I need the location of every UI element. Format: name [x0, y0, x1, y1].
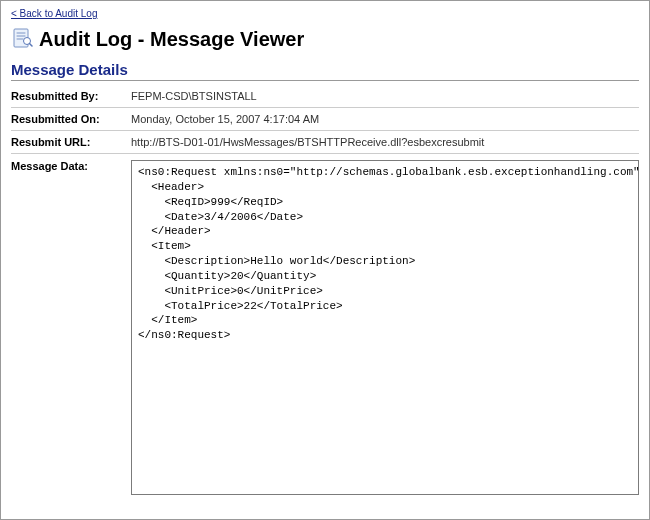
message-data-textarea[interactable]: [131, 160, 639, 495]
resubmitted-by-value: FEPM-CSD\BTSINSTALL: [131, 90, 639, 102]
resubmit-url-label: Resubmit URL:: [11, 136, 131, 148]
resubmit-url-row: Resubmit URL: http://BTS-D01-01/HwsMessa…: [11, 131, 639, 154]
resubmitted-on-value: Monday, October 15, 2007 4:17:04 AM: [131, 113, 639, 125]
resubmit-url-value: http://BTS-D01-01/HwsMessages/BTSHTTPRec…: [131, 136, 639, 148]
resubmitted-on-row: Resubmitted On: Monday, October 15, 2007…: [11, 108, 639, 131]
back-to-audit-log-link[interactable]: < Back to Audit Log: [11, 8, 97, 19]
resubmitted-on-label: Resubmitted On:: [11, 113, 131, 125]
resubmitted-by-label: Resubmitted By:: [11, 90, 131, 102]
message-data-label: Message Data:: [11, 160, 131, 172]
section-title: Message Details: [11, 61, 639, 81]
audit-log-icon: [11, 27, 33, 51]
page-title-row: Audit Log - Message Viewer: [11, 27, 639, 51]
resubmitted-by-row: Resubmitted By: FEPM-CSD\BTSINSTALL: [11, 85, 639, 108]
page-title: Audit Log - Message Viewer: [39, 28, 304, 51]
message-data-row: Message Data:: [11, 154, 639, 502]
